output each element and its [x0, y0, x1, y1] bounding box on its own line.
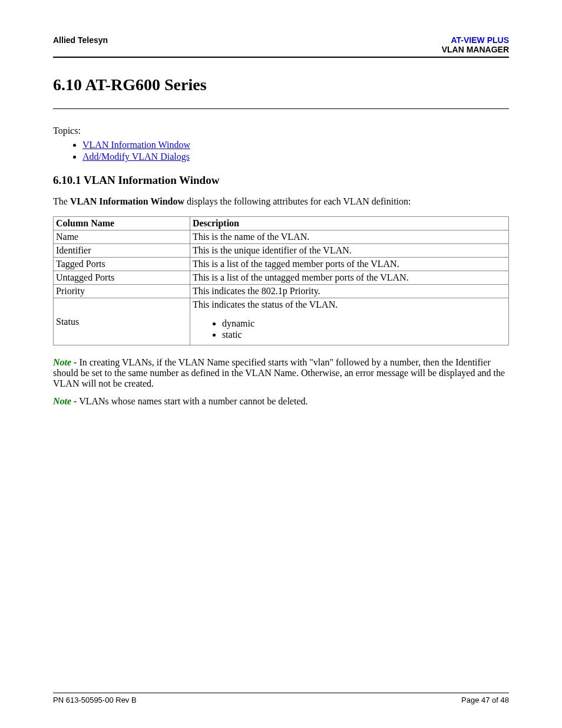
link-vlan-info-window[interactable]: VLAN Information Window: [82, 140, 190, 150]
intro-bold: VLAN Information Window: [70, 196, 184, 206]
intro-paragraph: The VLAN Information Window displays the…: [53, 196, 509, 207]
intro-text-pre: The: [53, 196, 70, 206]
topics-label: Topics:: [53, 126, 509, 136]
note-label: Note: [53, 396, 71, 406]
note-2: Note - VLANs whose names start with a nu…: [53, 396, 509, 407]
list-item: dynamic: [222, 318, 506, 329]
link-add-modify-vlan[interactable]: Add/Modify VLAN Dialogs: [82, 151, 190, 162]
cell-description: This is the unique identifier of the VLA…: [190, 244, 508, 258]
cell-column-name: Name: [54, 230, 190, 244]
cell-column-name: Status: [54, 298, 190, 345]
column-header: Description: [190, 217, 508, 230]
cell-description: This is a list of the tagged member port…: [190, 258, 508, 271]
cell-description: This is a list of the untagged member po…: [190, 271, 508, 285]
topics-list: VLAN Information Window Add/Modify VLAN …: [53, 140, 509, 162]
page-header: Allied Telesyn AT-VIEW PLUS VLAN MANAGER: [53, 35, 509, 58]
table-row: Name This is the name of the VLAN.: [54, 230, 509, 244]
table-row: Priority This indicates the 802.1p Prior…: [54, 285, 509, 298]
note-1: Note - In creating VLANs, if the VLAN Na…: [53, 357, 509, 389]
list-item: VLAN Information Window: [82, 140, 509, 150]
list-item: Add/Modify VLAN Dialogs: [82, 151, 509, 162]
footer-right: Page 47 of 48: [461, 696, 509, 704]
section-rule: [53, 108, 509, 109]
cell-description: This indicates the 802.1p Priority.: [190, 285, 508, 298]
cell-column-name: Tagged Ports: [54, 258, 190, 271]
subsection-title: 6.10.1 VLAN Information Window: [53, 174, 509, 187]
table-row: Tagged Ports This is a list of the tagge…: [54, 258, 509, 271]
header-brand: AT-VIEW PLUS: [451, 35, 509, 45]
header-right: AT-VIEW PLUS VLAN MANAGER: [442, 35, 509, 54]
section-title: 6.10 AT-RG600 Series: [53, 75, 509, 94]
page: Allied Telesyn AT-VIEW PLUS VLAN MANAGER…: [0, 0, 562, 728]
note-label: Note: [53, 357, 71, 367]
vlan-attributes-table: Column Name Description Name This is the…: [53, 216, 509, 345]
note-2-text: - VLANs whose names start with a number …: [71, 396, 308, 406]
cell-column-name: Identifier: [54, 244, 190, 258]
status-list: dynamic static: [193, 318, 506, 340]
table-row: Untagged Ports This is a list of the unt…: [54, 271, 509, 285]
note-1-text: - In creating VLANs, if the VLAN Name sp…: [53, 357, 505, 388]
cell-column-name: Priority: [54, 285, 190, 298]
column-header: Column Name: [54, 217, 190, 230]
page-footer: PN 613-50595-00 Rev B Page 47 of 48: [53, 693, 509, 704]
table-row: Status This indicates the status of the …: [54, 298, 509, 345]
intro-text-post: displays the following attributes for ea…: [184, 196, 411, 206]
table-row: Identifier This is the unique identifier…: [54, 244, 509, 258]
cell-description: This indicates the status of the VLAN. d…: [190, 298, 508, 345]
table-header-row: Column Name Description: [54, 217, 509, 230]
footer-left: PN 613-50595-00 Rev B: [53, 696, 137, 704]
status-intro: This indicates the status of the VLAN.: [193, 299, 338, 309]
header-subtitle: VLAN MANAGER: [442, 45, 509, 54]
cell-description: This is the name of the VLAN.: [190, 230, 508, 244]
list-item: static: [222, 330, 506, 340]
cell-column-name: Untagged Ports: [54, 271, 190, 285]
header-left: Allied Telesyn: [53, 35, 108, 45]
